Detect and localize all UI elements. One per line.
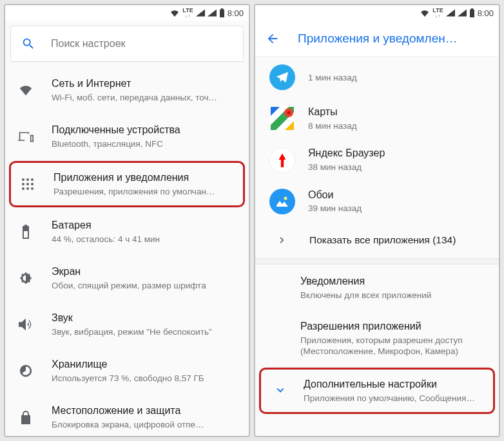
- search-icon: [21, 37, 35, 51]
- settings-item-sound[interactable]: Звук Звук, вибрация, режим "Не беспокоит…: [5, 301, 249, 348]
- telegram-icon: [269, 64, 295, 90]
- app-title: Обои: [308, 189, 489, 202]
- battery-icon: [22, 225, 30, 239]
- item-sub: Блокировка экрана, цифровой отпе…: [52, 419, 238, 431]
- wallpaper-icon: [269, 189, 295, 214]
- show-all-label: Показать все приложения (134): [309, 234, 489, 247]
- search-placeholder: Поиск настроек: [51, 38, 126, 50]
- lock-icon: [20, 410, 32, 424]
- item-title: Приложения и уведомления: [53, 171, 237, 185]
- settings-item-apps[interactable]: Приложения и уведомления Разрешения, при…: [9, 161, 245, 207]
- item-sub: Обои, спящий режим, размер шрифта: [52, 280, 238, 292]
- section-sub: Включены для всех приложений: [300, 290, 489, 301]
- app-sub: 39 мин назад: [308, 203, 489, 214]
- svg-point-0: [22, 178, 24, 181]
- app-sub: 8 мин назад: [308, 120, 489, 132]
- svg-point-3: [22, 183, 24, 185]
- item-title: Экран: [52, 265, 238, 279]
- sound-icon: [19, 318, 33, 331]
- item-sub: Используется 73 %, свободно 8,57 ГБ: [52, 373, 238, 384]
- chevron-right-icon: [278, 236, 287, 245]
- storage-icon: [19, 364, 33, 378]
- section-sub: Приложения, которым разрешен доступ (Мес…: [300, 335, 489, 357]
- lte-indicator: LTE↓↑: [182, 8, 193, 18]
- section-advanced[interactable]: Дополнительные настройки Приложения по у…: [259, 368, 495, 414]
- brightness-icon: [19, 271, 33, 285]
- item-title: Подключенные устройства: [52, 124, 238, 137]
- app-title: Яндекс Браузер: [308, 147, 489, 160]
- back-arrow-icon[interactable]: [266, 32, 280, 46]
- settings-item-connected[interactable]: Подключенные устройства Bluetooth, транс…: [5, 113, 249, 160]
- item-title: Сеть и Интернет: [52, 77, 238, 91]
- item-sub: Разрешения, приложения по умолчан…: [53, 186, 237, 198]
- item-sub: 44 %, осталось: 4 ч 41 мин: [52, 234, 238, 245]
- app-title: Карты: [308, 106, 489, 119]
- section-permissions[interactable]: Разрешения приложений Приложения, которы…: [255, 311, 499, 366]
- clock: 8:00: [478, 8, 494, 18]
- item-sub: Звук, вибрация, режим "Не беспокоить": [52, 326, 238, 338]
- wifi-icon: [420, 9, 430, 17]
- app-row-wallpaper[interactable]: Обои 39 мин назад: [255, 181, 499, 222]
- item-title: Звук: [52, 312, 238, 325]
- settings-item-display[interactable]: Экран Обои, спящий режим, размер шрифта: [5, 255, 249, 301]
- show-all-apps[interactable]: Показать все приложения (134): [255, 222, 499, 258]
- wifi-icon: [19, 84, 33, 96]
- svg-point-8: [31, 187, 34, 190]
- topbar: Приложения и уведомлен…: [255, 21, 499, 57]
- app-sub: 1 мин назад: [308, 72, 489, 84]
- section-title: Разрешения приложений: [300, 320, 489, 333]
- svg-point-12: [284, 196, 287, 200]
- apps-list: 1 мин назад Карты 8 мин назад Яндекс Бра…: [255, 57, 499, 436]
- lte-indicator: LTE↓↑: [432, 8, 443, 18]
- settings-list: Сеть и Интернет Wi-Fi, моб. сети, переда…: [5, 67, 249, 436]
- settings-item-battery[interactable]: Батарея 44 %, осталось: 4 ч 41 мин: [5, 209, 249, 255]
- section-title: Дополнительные настройки: [304, 378, 487, 391]
- search-settings[interactable]: Поиск настроек: [10, 26, 244, 62]
- signal-icon: [446, 9, 455, 17]
- item-title: Хранилище: [52, 358, 238, 371]
- app-row-telegram[interactable]: 1 мин назад: [255, 57, 499, 98]
- svg-point-6: [22, 187, 24, 190]
- status-bar: LTE↓↑ 8:00: [255, 5, 499, 21]
- svg-point-5: [31, 183, 34, 185]
- item-title: Батарея: [52, 219, 238, 232]
- apps-icon: [21, 178, 34, 191]
- svg-point-4: [26, 183, 29, 185]
- devices-icon: [18, 131, 34, 142]
- app-row-yandex[interactable]: Яндекс Браузер 38 мин назад: [255, 139, 499, 180]
- settings-item-storage[interactable]: Хранилище Используется 73 %, свободно 8,…: [5, 348, 249, 394]
- signal-icon-2: [458, 9, 467, 17]
- item-sub: Wi-Fi, моб. сети, передача данных, точ…: [52, 92, 238, 104]
- topbar-title: Приложения и уведомлен…: [298, 32, 458, 46]
- battery-icon: [469, 8, 475, 17]
- signal-icon: [196, 9, 205, 17]
- item-sub: Bluetooth, трансляция, NFC: [52, 138, 238, 150]
- section-notifications[interactable]: Уведомления Включены для всех приложений: [255, 265, 499, 311]
- item-title: Местоположение и защита: [52, 404, 238, 418]
- apps-notifications-screen: LTE↓↑ 8:00 Приложения и уведомлен… 1 мин…: [254, 4, 500, 437]
- settings-item-network[interactable]: Сеть и Интернет Wi-Fi, моб. сети, переда…: [5, 67, 249, 113]
- clock: 8:00: [228, 8, 244, 18]
- wifi-icon: [170, 9, 180, 17]
- svg-point-1: [26, 178, 29, 181]
- section-title: Уведомления: [300, 275, 489, 288]
- section-sub: Приложения по умолчанию, Сообщения…: [304, 393, 487, 404]
- svg-point-7: [26, 187, 29, 190]
- signal-icon-2: [208, 9, 217, 17]
- settings-item-location-security[interactable]: Местоположение и защита Блокировка экран…: [5, 394, 249, 436]
- app-sub: 38 мин назад: [308, 162, 489, 173]
- svg-point-2: [31, 178, 34, 181]
- yandex-icon: [269, 147, 295, 173]
- settings-main-screen: LTE↓↑ 8:00 Поиск настроек Сеть и Интерне…: [4, 4, 250, 437]
- section-divider: [255, 258, 499, 265]
- maps-icon: [269, 106, 295, 131]
- battery-icon: [219, 8, 225, 17]
- status-bar: LTE↓↑ 8:00: [5, 5, 249, 21]
- chevron-down-icon: [275, 386, 286, 396]
- app-row-maps[interactable]: Карты 8 мин назад: [255, 98, 499, 139]
- svg-point-11: [287, 111, 291, 115]
